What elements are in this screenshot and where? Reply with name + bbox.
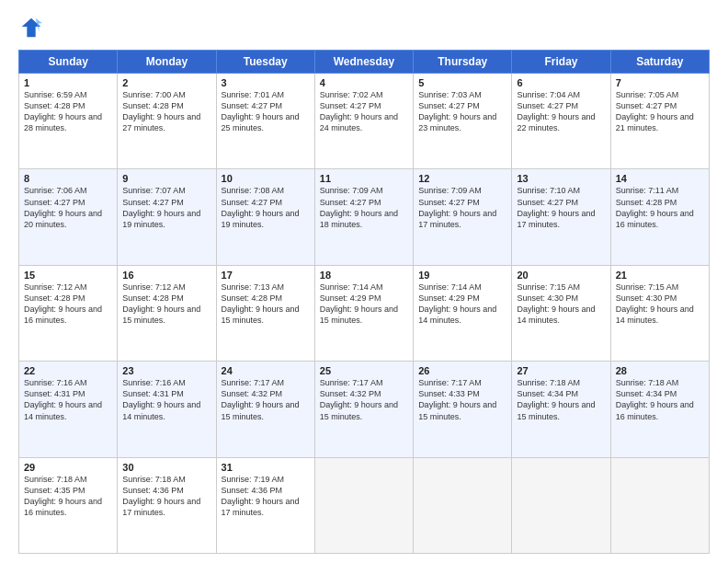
day-info: Sunrise: 7:08 AMSunset: 4:27 PMDaylight:… [222,185,310,230]
day-number: 31 [222,462,310,473]
logo [18,15,48,40]
calendar-day-header: Friday [512,51,610,74]
calendar-cell: 23Sunrise: 7:16 AMSunset: 4:31 PMDayligh… [118,362,216,457]
calendar-cell [314,457,413,553]
header [18,15,710,40]
day-info: Sunrise: 7:00 AMSunset: 4:28 PMDaylight:… [122,89,210,134]
day-number: 7 [616,77,704,88]
day-info: Sunrise: 7:03 AMSunset: 4:27 PMDaylight:… [418,89,506,134]
day-number: 14 [616,173,704,184]
calendar-cell: 2Sunrise: 7:00 AMSunset: 4:28 PMDaylight… [118,74,216,169]
day-info: Sunrise: 7:16 AMSunset: 4:31 PMDaylight:… [24,377,112,422]
calendar-day-header: Monday [118,51,216,74]
calendar-cell: 17Sunrise: 7:13 AMSunset: 4:28 PMDayligh… [216,265,314,361]
calendar-cell: 13Sunrise: 7:10 AMSunset: 4:27 PMDayligh… [512,169,610,265]
day-number: 20 [517,270,605,281]
day-number: 3 [222,77,310,88]
calendar-cell: 4Sunrise: 7:02 AMSunset: 4:27 PMDaylight… [314,74,413,169]
calendar-row: 22Sunrise: 7:16 AMSunset: 4:31 PMDayligh… [19,362,710,457]
day-info: Sunrise: 7:06 AMSunset: 4:27 PMDaylight:… [24,185,112,230]
page: SundayMondayTuesdayWednesdayThursdayFrid… [0,0,728,563]
calendar-cell: 24Sunrise: 7:17 AMSunset: 4:32 PMDayligh… [216,362,314,457]
day-info: Sunrise: 7:07 AMSunset: 4:27 PMDaylight:… [122,185,210,230]
day-number: 28 [616,365,704,376]
logo-icon [18,15,44,40]
day-number: 15 [24,270,112,281]
calendar-cell: 12Sunrise: 7:09 AMSunset: 4:27 PMDayligh… [414,169,512,265]
day-number: 27 [517,365,605,376]
day-number: 8 [24,173,112,184]
calendar-cell: 30Sunrise: 7:18 AMSunset: 4:36 PMDayligh… [118,457,216,553]
day-info: Sunrise: 7:09 AMSunset: 4:27 PMDaylight:… [418,185,506,230]
day-info: Sunrise: 6:59 AMSunset: 4:28 PMDaylight:… [24,89,112,134]
day-number: 6 [517,77,605,88]
day-number: 10 [222,173,310,184]
day-number: 9 [122,173,210,184]
calendar-cell: 15Sunrise: 7:12 AMSunset: 4:28 PMDayligh… [19,265,118,361]
calendar-cell: 29Sunrise: 7:18 AMSunset: 4:35 PMDayligh… [19,457,118,553]
day-number: 19 [418,270,506,281]
calendar-cell: 21Sunrise: 7:15 AMSunset: 4:30 PMDayligh… [610,265,709,361]
calendar-cell: 16Sunrise: 7:12 AMSunset: 4:28 PMDayligh… [118,265,216,361]
calendar-row: 29Sunrise: 7:18 AMSunset: 4:35 PMDayligh… [19,457,710,553]
day-number: 29 [24,462,112,473]
calendar-cell: 25Sunrise: 7:17 AMSunset: 4:32 PMDayligh… [314,362,413,457]
day-info: Sunrise: 7:17 AMSunset: 4:32 PMDaylight:… [320,377,408,422]
calendar-cell: 20Sunrise: 7:15 AMSunset: 4:30 PMDayligh… [512,265,610,361]
day-number: 26 [418,365,506,376]
day-info: Sunrise: 7:14 AMSunset: 4:29 PMDaylight:… [320,282,408,327]
calendar-cell: 18Sunrise: 7:14 AMSunset: 4:29 PMDayligh… [314,265,413,361]
day-number: 21 [616,270,704,281]
day-number: 17 [222,270,310,281]
calendar-day-header: Saturday [610,51,709,74]
day-info: Sunrise: 7:17 AMSunset: 4:32 PMDaylight:… [222,377,310,422]
day-number: 4 [320,77,408,88]
day-info: Sunrise: 7:12 AMSunset: 4:28 PMDaylight:… [24,282,112,327]
day-info: Sunrise: 7:14 AMSunset: 4:29 PMDaylight:… [418,282,506,327]
day-info: Sunrise: 7:04 AMSunset: 4:27 PMDaylight:… [517,89,605,134]
calendar-cell [512,457,610,553]
day-info: Sunrise: 7:12 AMSunset: 4:28 PMDaylight:… [122,282,210,327]
day-number: 11 [320,173,408,184]
calendar-cell: 31Sunrise: 7:19 AMSunset: 4:36 PMDayligh… [216,457,314,553]
day-info: Sunrise: 7:17 AMSunset: 4:33 PMDaylight:… [418,377,506,422]
calendar-cell [610,457,709,553]
calendar-cell: 7Sunrise: 7:05 AMSunset: 4:27 PMDaylight… [610,74,709,169]
day-info: Sunrise: 7:10 AMSunset: 4:27 PMDaylight:… [517,185,605,230]
day-number: 23 [122,365,210,376]
calendar-cell: 27Sunrise: 7:18 AMSunset: 4:34 PMDayligh… [512,362,610,457]
day-number: 25 [320,365,408,376]
day-info: Sunrise: 7:18 AMSunset: 4:34 PMDaylight:… [517,377,605,422]
day-number: 13 [517,173,605,184]
calendar-cell: 8Sunrise: 7:06 AMSunset: 4:27 PMDaylight… [19,169,118,265]
calendar-row: 8Sunrise: 7:06 AMSunset: 4:27 PMDaylight… [19,169,710,265]
calendar-cell [414,457,512,553]
day-number: 12 [418,173,506,184]
day-info: Sunrise: 7:13 AMSunset: 4:28 PMDaylight:… [222,282,310,327]
day-info: Sunrise: 7:02 AMSunset: 4:27 PMDaylight:… [320,89,408,134]
calendar-cell: 19Sunrise: 7:14 AMSunset: 4:29 PMDayligh… [414,265,512,361]
day-number: 2 [122,77,210,88]
calendar-cell: 3Sunrise: 7:01 AMSunset: 4:27 PMDaylight… [216,74,314,169]
calendar-cell: 6Sunrise: 7:04 AMSunset: 4:27 PMDaylight… [512,74,610,169]
calendar-cell: 22Sunrise: 7:16 AMSunset: 4:31 PMDayligh… [19,362,118,457]
calendar-cell: 28Sunrise: 7:18 AMSunset: 4:34 PMDayligh… [610,362,709,457]
calendar: SundayMondayTuesdayWednesdayThursdayFrid… [18,50,710,554]
calendar-cell: 26Sunrise: 7:17 AMSunset: 4:33 PMDayligh… [414,362,512,457]
day-number: 24 [222,365,310,376]
day-info: Sunrise: 7:09 AMSunset: 4:27 PMDaylight:… [320,185,408,230]
day-info: Sunrise: 7:18 AMSunset: 4:34 PMDaylight:… [616,377,704,422]
day-info: Sunrise: 7:01 AMSunset: 4:27 PMDaylight:… [222,89,310,134]
day-info: Sunrise: 7:11 AMSunset: 4:28 PMDaylight:… [616,185,704,230]
calendar-day-header: Sunday [19,51,118,74]
calendar-cell: 1Sunrise: 6:59 AMSunset: 4:28 PMDaylight… [19,74,118,169]
day-info: Sunrise: 7:19 AMSunset: 4:36 PMDaylight:… [222,474,310,519]
day-number: 16 [122,270,210,281]
day-number: 18 [320,270,408,281]
day-number: 22 [24,365,112,376]
calendar-row: 1Sunrise: 6:59 AMSunset: 4:28 PMDaylight… [19,74,710,169]
day-info: Sunrise: 7:15 AMSunset: 4:30 PMDaylight:… [517,282,605,327]
day-info: Sunrise: 7:05 AMSunset: 4:27 PMDaylight:… [616,89,704,134]
day-info: Sunrise: 7:16 AMSunset: 4:31 PMDaylight:… [122,377,210,422]
day-info: Sunrise: 7:18 AMSunset: 4:36 PMDaylight:… [122,474,210,519]
